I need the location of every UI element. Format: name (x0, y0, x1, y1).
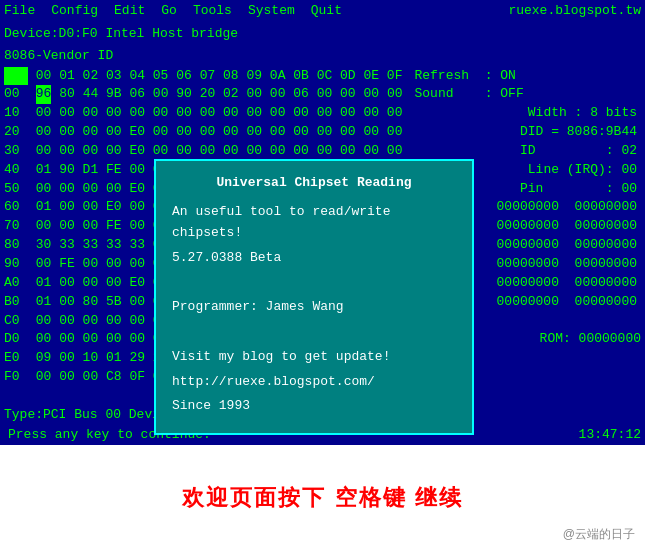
modal-line3 (172, 272, 456, 293)
addr-00: 00 (4, 85, 28, 104)
bar1-info: 00000000 00000000 (497, 217, 637, 236)
hex-header-bytes: 00 01 02 03 04 05 06 07 08 09 0A 0B 0C 0… (28, 67, 402, 86)
width-info: Width : 8 bits (528, 104, 637, 123)
bar0-info: 00000000 00000000 (497, 198, 637, 217)
did-info: DID = 8086:9B44 (520, 123, 637, 142)
menu-edit[interactable]: Edit (114, 2, 145, 21)
byte-00-highlight: 96 (36, 85, 52, 104)
rom-info: ROM: 00000000 (540, 330, 641, 349)
modal-line7: http://ruexe.blogspot.com/ (172, 372, 456, 393)
modal-title: Universal Chipset Reading (172, 173, 456, 194)
bottom-banner: 欢迎页面按下 空格键 继续 @云端的日子 (0, 445, 645, 551)
hex-row-00: 00 96 80 44 9B 06 00 90 20 02 00 00 06 0… (4, 85, 641, 104)
modal-line4: Programmer: James Wang (172, 297, 456, 318)
bar3-info: 00000000 00000000 (497, 255, 637, 274)
pin-info: Pin : 00 (520, 180, 637, 199)
menu-go[interactable]: Go (161, 2, 177, 21)
hex-row-20: 20 00 00 00 00 E0 00 00 00 00 00 00 00 0… (4, 123, 641, 142)
watermark: @云端的日子 (563, 526, 635, 543)
about-modal: Universal Chipset Reading An useful tool… (154, 159, 474, 435)
modal-line8: Since 1993 (172, 396, 456, 417)
menu-config[interactable]: Config (51, 2, 98, 21)
modal-content: An useful tool to read/write chipsets! 5… (172, 202, 456, 417)
modal-line2: 5.27.0388 Beta (172, 248, 456, 269)
modal-line5 (172, 322, 456, 343)
modal-line6: Visit my blog to get update! (172, 347, 456, 368)
menu-system[interactable]: System (248, 2, 295, 21)
timestamp: 13:47:12 (579, 426, 641, 445)
menubar: File Config Edit Go Tools System Quit ru… (0, 0, 645, 23)
line-irq-info: Line (IRQ): 00 (528, 161, 637, 180)
refresh-label: Refresh : ON (414, 67, 515, 86)
sound-label: Sound : OFF (414, 85, 523, 104)
addr-header: 00 (4, 67, 28, 86)
hex-row-10: 10 00 00 00 00 00 00 00 00 00 00 00 00 0… (4, 104, 641, 123)
menu-file[interactable]: File (4, 2, 35, 21)
device-line: Device:D0:F0 Intel Host bridge (0, 23, 645, 46)
hex-row-30: 30 00 00 00 00 E0 00 00 00 00 00 00 00 0… (4, 142, 641, 161)
vendor-id-label: 8086-Vendor ID (0, 46, 645, 67)
menu-tools[interactable]: Tools (193, 2, 232, 21)
bar4-info: 00000000 00000000 (497, 274, 637, 293)
bar2-info: 00000000 00000000 (497, 236, 637, 255)
hex-header-row: 00 00 01 02 03 04 05 06 07 08 09 0A 0B 0… (4, 67, 641, 86)
bar5-info: 00000000 00000000 (497, 293, 637, 312)
chinese-welcome-text: 欢迎页面按下 空格键 继续 (182, 483, 462, 513)
id-info: ID : 02 (520, 142, 637, 161)
menu-quit[interactable]: Quit (311, 2, 342, 21)
top-right-url: ruexe.blogspot.tw (508, 2, 641, 21)
hex-area: 00 00 01 02 03 04 05 06 07 08 09 0A 0B 0… (0, 67, 645, 446)
modal-line1: An useful tool to read/write chipsets! (172, 202, 456, 244)
